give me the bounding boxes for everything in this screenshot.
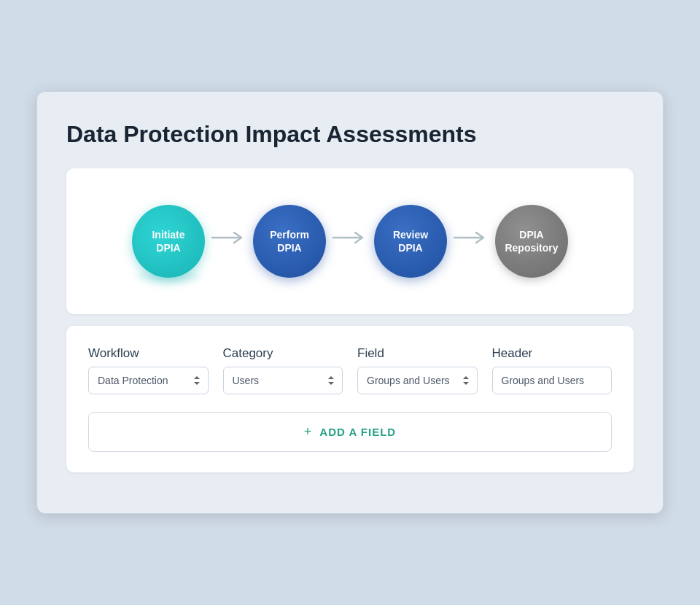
step-repo: DPIARepository xyxy=(495,205,568,278)
plus-icon: + xyxy=(304,424,313,440)
arrow-3 xyxy=(453,229,489,254)
arrow-2 xyxy=(332,229,368,254)
category-label: Category xyxy=(223,346,343,361)
header-group: Header xyxy=(492,346,612,394)
field-label: Field xyxy=(357,346,478,361)
workflow-label: Workflow xyxy=(88,346,209,361)
initiate-label: InitiateDPIA xyxy=(152,228,184,254)
repo-circle[interactable]: DPIARepository xyxy=(495,205,568,278)
header-input[interactable] xyxy=(492,367,612,394)
header-label: Header xyxy=(492,346,612,361)
form-row: Workflow Data Protection Category Users … xyxy=(88,346,612,394)
workflow-group: Workflow Data Protection xyxy=(88,346,209,394)
workflow-select[interactable]: Data Protection xyxy=(88,367,209,394)
review-circle[interactable]: ReviewDPIA xyxy=(374,205,447,278)
add-field-label: ADD A FIELD xyxy=(319,426,396,438)
field-group: Field Groups and Users xyxy=(357,346,478,394)
page-title: Data Protection Impact Assessments xyxy=(66,121,634,148)
field-config-card: Workflow Data Protection Category Users … xyxy=(66,326,634,472)
workflow-diagram-card: InitiateDPIA PerformDPIA xyxy=(66,168,634,314)
initiate-circle[interactable]: InitiateDPIA xyxy=(132,205,205,278)
perform-circle[interactable]: PerformDPIA xyxy=(253,205,326,278)
step-review: ReviewDPIA xyxy=(374,205,447,278)
perform-label: PerformDPIA xyxy=(270,228,309,254)
field-select[interactable]: Groups and Users xyxy=(357,367,478,394)
category-group: Category Users xyxy=(223,346,343,394)
review-label: ReviewDPIA xyxy=(393,228,428,254)
step-initiate: InitiateDPIA xyxy=(132,205,205,278)
add-field-button[interactable]: + ADD A FIELD xyxy=(88,412,612,452)
step-perform: PerformDPIA xyxy=(253,205,326,278)
category-select[interactable]: Users xyxy=(223,367,343,394)
arrow-1 xyxy=(211,229,247,254)
repo-label: DPIARepository xyxy=(505,228,558,254)
main-container: Data Protection Impact Assessments Initi… xyxy=(36,91,664,514)
workflow-diagram: InitiateDPIA PerformDPIA xyxy=(88,190,612,292)
